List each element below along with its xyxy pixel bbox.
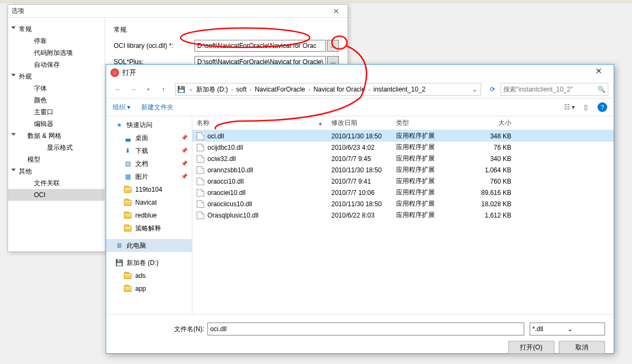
sidebar-folder-redblue[interactable]: redblue [106,209,192,222]
sidebar-folder-ads[interactable]: ads [106,269,192,282]
file-row[interactable]: orannzsbb10.dll2010/11/30 18:50应用程序扩展1,0… [192,164,614,176]
file-type: 应用程序扩展 [392,131,456,141]
file-size: 348 KB [456,132,516,140]
file-list: 名称▲ 修改日期 类型 大小 oci.dll2010/11/30 18:50应用… [192,116,614,314]
crumb-navicat-oracle[interactable]: NavicatForOracle [253,86,307,93]
folder-icon [123,212,132,219]
file-size: 1,612 KB [456,212,516,219]
file-type: 应用程序扩展 [392,143,456,152]
cancel-button[interactable]: 取消 [559,341,605,354]
folder-icon [123,186,132,193]
breadcrumb[interactable]: 💾 « 新加卷 (D:) › soft › NavicatForOracle ›… [175,83,481,96]
tree-appearance[interactable]: 外观 [8,71,105,82]
file-row[interactable]: oraociei10.dll2010/7/7 10:06应用程序扩展89,616… [192,187,614,198]
file-date: 2010/7/7 9:45 [327,155,392,163]
file-row[interactable]: Orasqlplusic10.dll2010/6/22 8:03应用程序扩展1,… [192,209,614,221]
tree-model[interactable]: 模型 [8,153,105,165]
tree-general[interactable]: 常规 [8,23,105,35]
tree-display-fmt[interactable]: 显示格式 [8,142,105,153]
view-options-icon[interactable]: ☷ ▾ [562,101,577,113]
file-name: oraocci10.dll [207,178,244,185]
file-type: 应用程序扩展 [392,188,456,197]
crumb-soft[interactable]: soft [234,86,248,93]
file-icon [197,144,204,151]
col-date[interactable]: 修改日期 [327,118,392,128]
crumb-instantclient[interactable]: instantclient_10_2 [371,86,428,93]
file-close-icon[interactable]: ✕ [588,66,609,79]
open-button[interactable]: 打开(O) [508,341,554,354]
file-name: ocijdbc10.dll [207,144,243,151]
file-size: 18,028 KB [456,200,516,208]
section-title: 常规 [114,25,339,34]
sidebar-pictures[interactable]: ▦图片📌 [106,170,192,183]
nav-back-icon[interactable]: ← [112,83,124,96]
sidebar-this-pc[interactable]: 🖥此电脑 [106,239,192,252]
nav-up-icon[interactable]: ↑ [157,83,170,96]
refresh-icon[interactable]: ⟳ [487,83,498,95]
breadcrumb-dropdown-icon[interactable]: ⌄ [470,86,480,93]
pc-icon: 🖥 [115,242,123,249]
folder-icon [123,199,132,206]
search-icon[interactable]: 🔍 [598,86,606,93]
file-icon [197,155,204,163]
tree-dock[interactable]: 停靠 [8,35,105,47]
file-icon [197,166,204,174]
tree-mainwindow[interactable]: 主窗口 [8,106,105,118]
filename-input[interactable] [207,323,524,335]
file-icon [197,189,204,197]
oci-library-input[interactable] [195,40,326,52]
tree-code-addon[interactable]: 代码附加选项 [8,47,105,59]
chevron-right-icon: › [230,87,234,93]
file-row[interactable]: oraocci10.dll2010/7/7 9:41应用程序扩展760 KB [192,176,614,187]
sidebar-folder-navicat[interactable]: Navicat [106,196,192,209]
sidebar-folder-119to104[interactable]: 119to104 [106,183,192,196]
file-row[interactable]: ociw32.dll2010/7/7 9:45应用程序扩展340 KB [192,153,614,164]
nav-recent-icon[interactable]: ▾ [142,83,155,96]
col-size[interactable]: 大小 [456,118,516,128]
new-folder-button[interactable]: 新建文件夹 [141,103,173,112]
help-icon[interactable]: ? [598,102,607,112]
sidebar-drive-d[interactable]: 💾新加卷 (D:) [106,256,192,269]
app-icon [110,68,119,77]
preview-pane-icon[interactable]: ▯ [578,101,593,113]
file-row[interactable]: oci.dll2010/11/30 18:50应用程序扩展348 KB [192,130,614,142]
oci-browse-button[interactable]: ... [327,40,339,52]
file-type: 应用程序扩展 [392,199,456,208]
sidebar-documents[interactable]: ▤文档📌 [106,157,192,170]
file-filter-dropdown[interactable]: *.dll⌄ [530,323,605,335]
col-type[interactable]: 类型 [392,118,456,128]
options-close-icon[interactable]: ✕ [328,7,344,16]
tree-font[interactable]: 字体 [8,82,105,94]
sidebar-quick-access[interactable]: ★快速访问 [106,118,192,131]
file-icon [197,132,204,140]
pin-icon: 📌 [181,133,187,143]
file-titlebar: 打开 ✕ [106,65,614,81]
organize-menu[interactable]: 组织 ▾ [113,103,130,112]
nav-forward-icon[interactable]: → [127,83,140,96]
sidebar-desktop[interactable]: ▃桌面📌 [106,131,192,144]
file-footer: 文件名(N): *.dll⌄ 打开(O) 取消 [106,314,614,361]
crumb-drive[interactable]: 新加卷 (D:) [194,85,230,94]
file-name: oci.dll [207,132,224,140]
file-nav-bar: ← → ▾ ↑ 💾 « 新加卷 (D:) › soft › NavicatFor… [106,81,614,98]
sidebar-downloads[interactable]: ⬇下载📌 [106,144,192,157]
tree-data-net[interactable]: 数据 & 网格 [8,130,105,142]
file-open-dialog: 打开 ✕ ← → ▾ ↑ 💾 « 新加卷 (D:) › soft › Navic… [106,64,614,354]
search-input[interactable] [503,86,598,93]
crumb-navicat[interactable]: Navicat for Oracle [311,86,367,93]
sidebar-folder-app[interactable]: app [106,282,192,295]
file-row[interactable]: oraociicus10.dll2010/11/30 18:50应用程序扩展18… [192,198,614,209]
tree-oci[interactable]: OCI [8,189,105,201]
desktop-icon: ▃ [123,134,132,142]
tree-file-assoc[interactable]: 文件关联 [8,177,105,189]
tree-other[interactable]: 其他 [8,165,105,177]
file-icon [197,212,204,219]
tree-color[interactable]: 颜色 [8,94,105,106]
col-name[interactable]: 名称▲ [192,118,327,128]
file-icon [197,200,204,208]
sidebar-folder-strategy[interactable]: 策略解释 [106,222,192,235]
tree-editor[interactable]: 编辑器 [8,118,105,130]
oci-label: OCI library (oci.dll) *: [114,42,195,50]
tree-autosave[interactable]: 自动保存 [8,59,105,71]
file-row[interactable]: ocijdbc10.dll2010/6/23 4:02应用程序扩展76 KB [192,142,614,153]
